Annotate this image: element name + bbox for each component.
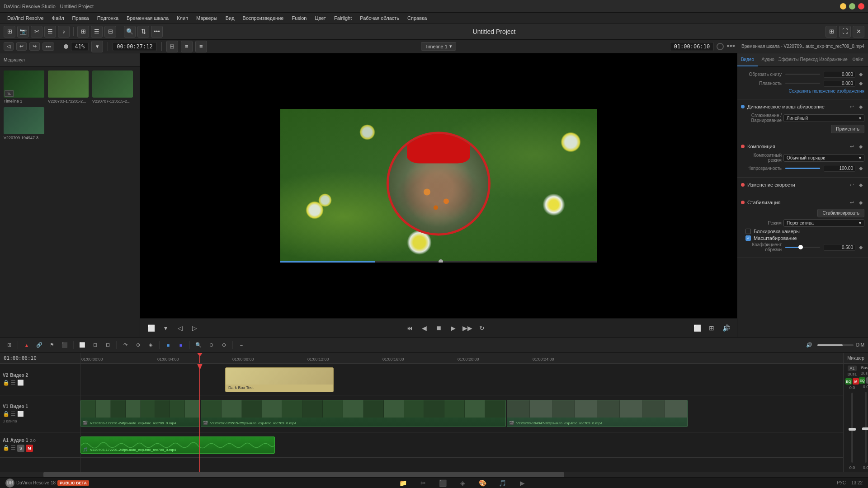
v2-lock-icon[interactable]: 🔒 (3, 380, 9, 386)
scaling-checkbox[interactable]: ✓ (745, 235, 751, 241)
menu-markers[interactable]: Маркеры (193, 14, 221, 22)
trim-slider[interactable] (785, 74, 820, 75)
dz-reset-icon[interactable]: ↩ (848, 103, 855, 110)
preview-settings-btn[interactable]: ⬜ (692, 323, 703, 333)
scaling-blend-select[interactable]: Линейный ▾ (783, 114, 864, 122)
composite-mode-select[interactable]: Обычный порядок ▾ (783, 154, 864, 162)
fader-handle[interactable] (849, 428, 856, 431)
menu-fairlight[interactable]: Fairlight (330, 14, 355, 22)
media-item-timeline[interactable]: TL Timeline 1 (4, 70, 44, 103)
bottom-nav-fairlight[interactable]: 🎵 (497, 478, 508, 488)
menu-color[interactable]: Цвет (311, 14, 330, 22)
prev-btn[interactable]: ⏮ (404, 323, 415, 333)
minimize-button[interactable] (840, 3, 846, 9)
tb2-view-opts2[interactable]: ≡ (181, 41, 193, 52)
loop-btn[interactable]: ↻ (476, 323, 487, 333)
next-frame-btn[interactable]: ▶▶ (462, 323, 473, 333)
dz-expand-icon[interactable]: ◆ (857, 103, 864, 110)
toolbar-btn-2[interactable]: 📷 (17, 26, 29, 38)
tl-speed-btn[interactable]: ⊕ (132, 340, 143, 351)
tl-clip-btn[interactable]: ⬛ (59, 340, 70, 351)
tl-zoom-fit-btn[interactable]: ⊕ (218, 340, 229, 351)
tl-media-pool-btn[interactable]: ⊞ (4, 340, 14, 351)
clip-v1-2[interactable]: 🎬 V220707-123515-25fps-auto_exp-tmc_rec7… (201, 400, 506, 427)
bus-eq-btn[interactable]: EQ (859, 377, 865, 384)
crop-ratio-slider[interactable] (785, 247, 820, 248)
toolbar-btn-1[interactable]: ⊞ (4, 26, 15, 38)
menu-workspace[interactable]: Рабочая область (356, 14, 403, 22)
tl-flag-btn[interactable]: ⚑ (47, 340, 57, 351)
stab-expand-icon[interactable]: ◆ (857, 199, 864, 206)
crop-ratio-handle[interactable] (798, 245, 803, 249)
menu-view[interactable]: Вид (222, 14, 238, 22)
tb2-view-opts3[interactable]: ≡ (195, 41, 207, 52)
bottom-nav-media[interactable]: 📁 (398, 478, 409, 488)
camera-lock-checkbox[interactable] (745, 229, 751, 234)
clip-v1-1[interactable]: 🎬 V220703-172201-24fps-auto_exp-tmc_rec7… (80, 400, 200, 427)
bus-m-btn[interactable]: M (866, 377, 868, 384)
tl-zoom-in-btn[interactable]: 🔍 (193, 340, 204, 351)
tab-video[interactable]: Видео (737, 53, 758, 66)
speed-reset-icon[interactable]: ↩ (848, 181, 855, 188)
tl-color2-btn[interactable]: ■ (175, 340, 186, 351)
tab-transition[interactable]: Переход (799, 53, 819, 66)
a1-lock-icon[interactable]: 🔒 (3, 445, 9, 452)
settings-circle-btn[interactable] (717, 43, 724, 50)
tb2-btn-more[interactable]: ••• (42, 42, 54, 51)
menu-help[interactable]: Справка (404, 14, 430, 22)
menu-playback[interactable]: Воспроизведение (239, 14, 288, 22)
toolbar-btn-meta[interactable]: ⊟ (104, 26, 116, 38)
tl-stabilize-btn[interactable]: ◈ (145, 340, 156, 351)
smooth-reset-btn[interactable]: ◆ (857, 80, 864, 87)
tl-vol-icon[interactable]: 🔊 (804, 340, 815, 351)
preview-audio-btn[interactable]: 🔊 (721, 323, 731, 333)
tab-file[interactable]: Файл (848, 53, 868, 66)
menu-trim[interactable]: Подгонка (94, 14, 122, 22)
tb2-btn-redo[interactable]: ↪ (29, 42, 40, 51)
preview-zoom-btn[interactable]: ⊞ (706, 323, 717, 333)
eq-btn[interactable]: EQ (845, 378, 852, 385)
tb2-btn-undo[interactable]: ↩ (16, 42, 27, 51)
mode-select[interactable]: Перспектива ▾ (783, 219, 864, 227)
toolbar-search-btn[interactable]: 🔍 (124, 26, 136, 38)
toolbar-btn-5[interactable]: ♪ (58, 26, 70, 38)
bottom-nav-color[interactable]: 🎨 (477, 478, 488, 488)
tab-effects[interactable]: Эффекты (778, 53, 798, 66)
preview-btn-layout[interactable]: ⬜ (146, 323, 156, 333)
menu-clip[interactable]: Клип (173, 14, 192, 22)
bottom-nav-deliver[interactable]: ▶ (517, 478, 528, 488)
stabilize-button[interactable]: Стабилизировать (817, 209, 864, 217)
timeline-scrollbar[interactable] (0, 472, 868, 477)
toolbar-btn-list[interactable]: ☰ (91, 26, 103, 38)
a1-eye-icon[interactable]: ☰ (11, 445, 16, 452)
zoom-dropdown[interactable]: ▾ (91, 41, 103, 52)
tl-link-btn[interactable]: 🔗 (34, 340, 45, 351)
menu-timeline[interactable]: Временная шкала (123, 14, 172, 22)
bottom-nav-edit[interactable]: ⬛ (438, 478, 448, 488)
bus1-fader-handle[interactable] (862, 427, 868, 430)
clip-v1-3[interactable]: 🎬 V220709-194947-30fps-auto_exp-tmc_rec7… (507, 400, 688, 427)
smoothness-slider[interactable] (785, 83, 820, 84)
menu-edit[interactable]: Правка (69, 14, 93, 22)
media-item-v3[interactable]: V220709-194947-3... (4, 107, 44, 140)
v1-eye-icon[interactable]: ☰ (11, 411, 16, 417)
tb2-view-opts[interactable]: ⊞ (166, 41, 178, 52)
preview-btn-back[interactable]: ◁ (175, 323, 185, 333)
menu-davinci[interactable]: DaVinci Resolve (4, 14, 47, 22)
tb2-btn-1[interactable]: ◁ (4, 42, 14, 51)
media-item-v2[interactable]: V220707-123515-2... (92, 70, 133, 103)
media-item-v1[interactable]: V220703-172201-2... (48, 70, 89, 103)
preview-btn-dropdown[interactable]: ▾ (160, 323, 171, 333)
a1-m-btn[interactable]: M (26, 445, 33, 452)
layout-btn[interactable]: ⊞ (826, 26, 837, 38)
v1-lock-icon[interactable]: 🔒 (3, 411, 9, 417)
tl-transform-btn[interactable]: ⬜ (77, 340, 88, 351)
tab-image[interactable]: Изображение (819, 53, 848, 66)
stop-btn[interactable]: ⏹ (433, 323, 444, 333)
stab-reset-icon[interactable]: ↩ (848, 199, 855, 206)
menu-file[interactable]: Файл (48, 14, 68, 22)
fullscreen-btn[interactable]: ⛶ (839, 26, 851, 38)
v2-solo-icon[interactable]: ⬜ (17, 380, 24, 386)
timeline-dropdown-icon[interactable]: ▾ (449, 43, 452, 49)
speed-expand-icon[interactable]: ◆ (857, 181, 864, 188)
